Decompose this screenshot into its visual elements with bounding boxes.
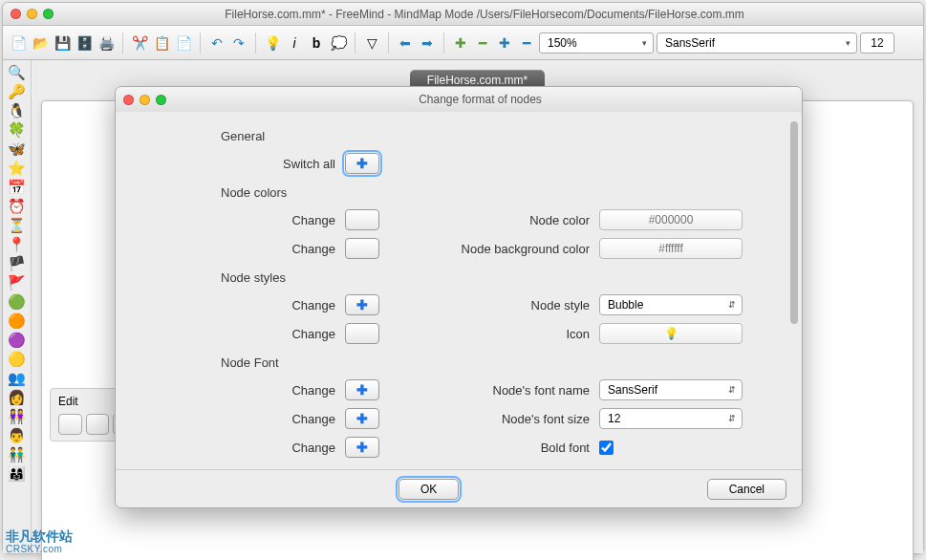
group-icon[interactable]: 👨‍👩‍👧 [9, 465, 26, 483]
flag-orange-icon[interactable]: 🟠 [9, 312, 26, 330]
node-color-label: Node color [398, 213, 590, 227]
print-icon[interactable]: 🖨️ [97, 33, 116, 53]
node-bg-value: #ffffff [658, 242, 683, 255]
dialog-close-button[interactable] [123, 95, 134, 105]
plus-icon: ✚ [356, 297, 368, 312]
titlebar: FileHorse.com.mm* - FreeMind - MindMap M… [3, 3, 923, 26]
change-bold-button[interactable]: ✚ [345, 437, 379, 458]
bold-checkbox[interactable] [599, 441, 614, 455]
node-bg-field[interactable]: #ffffff [599, 238, 743, 259]
idea-icon[interactable]: 💡 [263, 33, 282, 53]
change-label: Change [221, 213, 335, 227]
dialog-buttons: OK Cancel [116, 469, 802, 507]
hourglass-icon[interactable]: ⏳ [9, 217, 26, 234]
switch-all-button[interactable]: ✚ [345, 153, 379, 174]
change-nodecolor-button[interactable] [345, 209, 379, 230]
window-title: FileHorse.com.mm* - FreeMind - MindMap M… [54, 8, 915, 21]
dialog-zoom-button[interactable] [156, 95, 166, 105]
dialog-window-controls [123, 95, 166, 105]
bulb-icon: 💡 [664, 327, 678, 340]
redo-icon[interactable]: ↷ [229, 33, 248, 53]
remove-icon[interactable]: ━ [473, 33, 492, 53]
save-icon[interactable]: 💾 [53, 33, 72, 53]
new-icon[interactable]: 📄 [9, 33, 28, 53]
font-size-value: 12 [608, 412, 620, 425]
dialog-titlebar: Change format of nodes [116, 87, 802, 112]
node-style-value: Bubble [608, 298, 643, 312]
flag-yellow-icon[interactable]: 🟡 [9, 351, 26, 368]
node-bg-label: Node background color [398, 242, 590, 256]
saveas-icon[interactable]: 🗄️ [75, 33, 94, 53]
scrollbar[interactable] [789, 121, 799, 460]
ok-button[interactable]: OK [398, 479, 459, 500]
flag-pink-icon[interactable]: 🟣 [9, 332, 26, 349]
close-button[interactable] [11, 9, 21, 19]
zoom-button[interactable] [43, 9, 54, 19]
change-icon-button[interactable] [345, 323, 379, 344]
icon-field[interactable]: 💡 [599, 323, 743, 344]
change-label: Change [221, 441, 335, 455]
change-bgcolor-button[interactable] [345, 238, 379, 259]
magnifier-icon[interactable]: 🔍 [9, 64, 26, 81]
italic-icon[interactable]: i [285, 33, 304, 53]
separator [122, 32, 123, 54]
cloud-icon[interactable]: 💭 [329, 33, 348, 53]
forward-icon[interactable]: ➡ [418, 33, 437, 53]
females-icon[interactable]: 👭 [9, 408, 26, 425]
males-icon[interactable]: 👬 [9, 446, 26, 463]
pin-icon[interactable]: 📍 [9, 236, 26, 253]
window-controls [11, 9, 54, 19]
paste-icon[interactable]: 📄 [174, 33, 193, 53]
add2-icon[interactable]: ✚ [495, 33, 514, 53]
add-icon[interactable]: ✚ [451, 33, 470, 53]
flag-blue-icon[interactable]: 🚩 [9, 274, 26, 291]
open-icon[interactable]: 📂 [31, 33, 50, 53]
edit-btn-2[interactable] [86, 414, 110, 435]
fontsize-value: 12 [871, 36, 883, 50]
flower-icon[interactable]: 🍀 [9, 121, 26, 139]
flag-black-icon[interactable]: 🏴 [9, 255, 26, 272]
dialog-body: General Switch all ✚ Node colors Change … [116, 112, 802, 469]
font-size-label: Node's font size [398, 412, 590, 426]
star-icon[interactable]: ⭐ [9, 160, 26, 177]
change-fontsize-button[interactable]: ✚ [345, 408, 379, 429]
font-size-combo[interactable]: 12 [599, 408, 743, 429]
male-icon[interactable]: 👨 [9, 427, 26, 444]
undo-icon[interactable]: ↶ [207, 33, 226, 53]
separator [255, 32, 256, 54]
calendar-icon[interactable]: 📅 [9, 179, 26, 196]
copy-icon[interactable]: 📋 [152, 33, 171, 53]
edit-btn-1[interactable] [58, 414, 82, 435]
family-icon[interactable]: 👥 [9, 370, 26, 387]
cancel-button[interactable]: Cancel [707, 479, 786, 500]
fontsize-spin[interactable]: 12 [860, 32, 894, 54]
zoom-combo[interactable]: 150% [539, 32, 654, 54]
scroll-thumb[interactable] [790, 121, 798, 324]
back-icon[interactable]: ⬅ [396, 33, 415, 53]
node-color-field[interactable]: #000000 [599, 209, 743, 230]
bold-icon[interactable]: b [307, 33, 326, 53]
flag-green-icon[interactable]: 🟢 [9, 293, 26, 311]
change-label: Change [221, 383, 335, 398]
change-fontname-button[interactable]: ✚ [345, 379, 379, 400]
font-name-combo[interactable]: SansSerif [599, 379, 743, 400]
key-icon[interactable]: 🔑 [9, 83, 26, 100]
change-label: Change [221, 412, 335, 426]
separator [443, 32, 444, 54]
penguin-icon[interactable]: 🐧 [9, 102, 26, 119]
female-icon[interactable]: 👩 [9, 389, 26, 406]
clock-icon[interactable]: ⏰ [9, 198, 26, 215]
plus-icon: ✚ [356, 382, 368, 398]
dialog-minimize-button[interactable] [140, 95, 150, 105]
filter-icon[interactable]: ▽ [362, 33, 381, 53]
remove2-icon[interactable]: ━ [517, 33, 536, 53]
cut-icon[interactable]: ✂️ [130, 33, 149, 53]
minimize-button[interactable] [27, 9, 37, 19]
node-style-combo[interactable]: Bubble [599, 294, 743, 315]
watermark: 非凡软件站 CRSKY.com [6, 529, 73, 554]
font-combo[interactable]: SansSerif [657, 32, 857, 54]
change-style-button[interactable]: ✚ [345, 294, 379, 315]
butterfly-icon[interactable]: 🦋 [9, 140, 26, 158]
node-color-value: #000000 [649, 213, 694, 226]
icon-sidebar: 🔍 🔑 🐧 🍀 🦋 ⭐ 📅 ⏰ ⏳ 📍 🏴 🚩 🟢 🟠 🟣 🟡 👥 👩 👭 👨 … [3, 60, 32, 553]
